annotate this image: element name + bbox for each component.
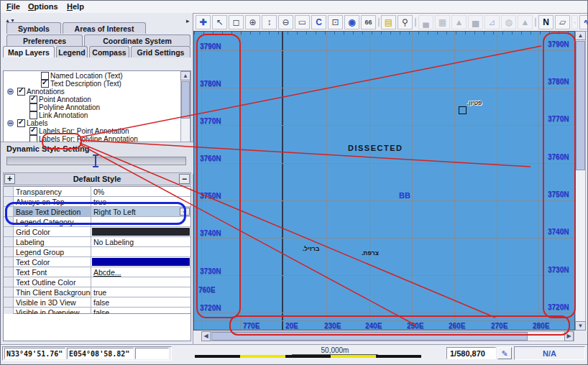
northing-label: 3770N	[548, 115, 569, 123]
zoom-area-icon[interactable]: ◻	[229, 15, 244, 29]
zoom-extent-icon[interactable]: ↕	[262, 15, 277, 29]
tab-compass[interactable]: Compass	[89, 46, 129, 57]
property-value[interactable]: No Labeling	[91, 237, 190, 246]
scroll-down-icon[interactable]: ▼	[575, 321, 586, 331]
toolbar-overflow-icon[interactable]: ▸	[186, 19, 190, 24]
text-font-preview[interactable]: Abcde...	[91, 267, 190, 277]
map-hscrollbar-thumb[interactable]	[211, 332, 528, 341]
property-value[interactable]: true	[91, 287, 190, 297]
select-tool-icon[interactable]: ↖	[212, 15, 227, 29]
refresh-icon[interactable]: C	[311, 15, 326, 29]
map-label-bb: BB	[399, 191, 410, 200]
tree-expand-handle-icon[interactable]	[7, 120, 14, 126]
chevron-down-icon[interactable]: ▼	[180, 208, 190, 216]
polygon-tool-icon[interactable]: ▱	[555, 15, 570, 29]
longitude-field[interactable]: E054°08'58.82"	[67, 348, 134, 359]
scale-bar	[195, 355, 421, 358]
latitude-field[interactable]: N33°49'51.76"	[4, 348, 65, 359]
checkbox[interactable]: ✓	[17, 119, 25, 127]
tab-legend[interactable]: Legend	[56, 46, 88, 57]
tab-areas-of-interest[interactable]: Areas of Interest	[63, 22, 146, 34]
center-target-icon[interactable]: ◉	[344, 15, 359, 29]
checkbox[interactable]: ✓	[29, 96, 37, 103]
northing-label: 3740N	[200, 229, 221, 237]
property-value[interactable]: 0%	[91, 187, 190, 196]
grid-color-cell[interactable]	[91, 227, 190, 236]
property-value[interactable]: true	[91, 197, 190, 206]
table-row[interactable]: Transparency 0%	[4, 187, 190, 197]
tree-scrollbar-thumb[interactable]	[181, 81, 190, 119]
menu-help[interactable]: Help	[64, 1, 87, 11]
table-row[interactable]: Text Outline Color	[4, 277, 190, 287]
map-vscrollbar-thumb[interactable]	[576, 41, 585, 170]
scroll-up-icon[interactable]: ▲	[575, 31, 586, 40]
checkbox[interactable]: ✓	[17, 88, 25, 96]
tab-symbols[interactable]: Symbols	[6, 22, 61, 34]
zoom-selection-icon[interactable]: ⊡	[328, 15, 343, 29]
polyline-tool-icon[interactable]: ∿	[579, 15, 588, 29]
table-row[interactable]: Legend Group	[4, 247, 190, 257]
table-row[interactable]: Grid Color	[4, 227, 190, 237]
property-value[interactable]: false	[91, 297, 190, 307]
checkbox[interactable]: ✓	[41, 80, 49, 88]
tab-grid-settings[interactable]: Grid Settings	[131, 46, 190, 57]
table-row-base-text-direction[interactable]: Base Text Direction Right To Left ▼	[4, 207, 190, 217]
scroll-left-icon[interactable]: ◀	[201, 331, 211, 341]
table-row[interactable]: Text Font Abcde...	[4, 267, 190, 277]
table-row[interactable]: Visible in 3D View false	[4, 297, 190, 308]
extra-coordinate-field[interactable]	[135, 348, 169, 359]
grid-color-swatch[interactable]	[92, 228, 190, 236]
tree-expand-handle-icon[interactable]	[7, 88, 14, 95]
text-color-cell[interactable]	[91, 257, 190, 267]
scroll-right-icon[interactable]: ▶	[564, 331, 574, 341]
style-slider[interactable]	[6, 157, 186, 165]
tab-preferences[interactable]: Preferences	[6, 34, 83, 46]
scroll-up-icon[interactable]: ▲	[180, 71, 190, 80]
checkbox[interactable]	[29, 111, 37, 119]
terrain-layer-icon: ▲	[451, 15, 467, 29]
scale-ratio-field[interactable]: 1/580,870	[446, 347, 496, 359]
property-table: Transparency 0% Always on Top true Base …	[3, 186, 191, 314]
tree-item[interactable]: Link Annotation	[4, 111, 190, 119]
table-row[interactable]: Always on Top true	[4, 197, 190, 207]
northing-label: 3760N	[548, 153, 569, 161]
menu-options[interactable]: Options	[25, 1, 61, 11]
map-viewport[interactable]: 3790N 3780N 3770N 3760N 3750N 3740N 3730…	[193, 31, 575, 331]
left-panel: ▲▼ Symbols Areas of Interest Preferences…	[1, 13, 193, 344]
zoom-window-icon[interactable]: ▭	[295, 15, 310, 29]
tree-item[interactable]: Polyline Annotation	[4, 103, 190, 111]
text-color-swatch[interactable]	[92, 258, 190, 266]
property-value[interactable]	[91, 217, 190, 226]
table-row[interactable]: Labeling No Labeling	[4, 237, 190, 247]
search-person-icon[interactable]: ⚲	[398, 15, 413, 29]
tab-coordinate-system[interactable]: Coordinate System	[84, 34, 190, 46]
northing-label: 3720N	[200, 304, 221, 312]
base-text-direction-combo[interactable]: Right To Left ▼	[91, 207, 190, 216]
tree-item-label: Link Annotation	[39, 111, 88, 119]
zoom-out-icon[interactable]: ⊖	[278, 15, 293, 29]
tree-item[interactable]: Named Location (Text)	[4, 72, 190, 80]
find-icon[interactable]: 66	[361, 15, 376, 29]
table-row[interactable]: Legend Category	[4, 217, 190, 227]
tree-item[interactable]: ✓ Text Description (Text)	[4, 80, 190, 88]
ruler-icon[interactable]: ▤	[381, 15, 396, 29]
northing-label: 3790N	[548, 40, 569, 48]
zoom-in-icon[interactable]: ⊕	[245, 15, 260, 29]
tree-item[interactable]: ✓ Labels For: Point Annotation	[4, 127, 190, 135]
map-label-hebrew-1: ברזיל.	[303, 245, 319, 252]
property-value[interactable]	[91, 247, 190, 257]
tab-map-layers[interactable]: Map Layers	[3, 46, 55, 57]
tree-item[interactable]: ✓ Point Annotation	[4, 96, 190, 103]
table-row[interactable]: Thin Client Background true	[4, 287, 190, 297]
table-row[interactable]: Text Color	[4, 257, 190, 267]
menu-file[interactable]: File	[4, 1, 23, 11]
edit-scale-icon[interactable]: ✎	[497, 347, 512, 359]
property-name: Thin Client Background	[14, 287, 91, 297]
checkbox[interactable]	[29, 103, 37, 111]
row-gutter	[4, 237, 14, 246]
pan-tool-icon[interactable]: ✚	[196, 15, 211, 29]
checkbox[interactable]: ✓	[29, 127, 37, 135]
property-value[interactable]	[91, 277, 190, 287]
north-label-icon[interactable]: N	[538, 15, 553, 29]
remove-style-button[interactable]: −	[179, 174, 190, 184]
